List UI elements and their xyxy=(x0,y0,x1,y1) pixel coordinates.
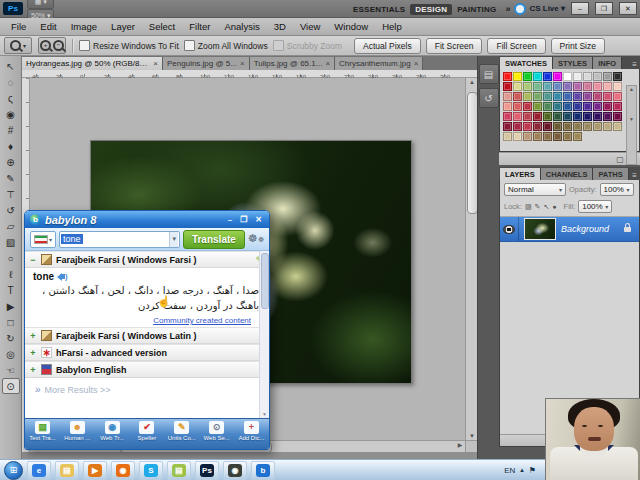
panel-tab[interactable]: SWATCHES xyxy=(500,57,553,69)
swatch[interactable] xyxy=(583,72,592,81)
swatch[interactable] xyxy=(613,102,622,111)
swatch[interactable] xyxy=(523,92,532,101)
collapsed-panel-icon-1[interactable]: ▤ xyxy=(479,64,499,84)
menu-item[interactable]: Help xyxy=(375,21,409,32)
babylon-title-bar[interactable]: b babylon 8 – ❐ ✕ xyxy=(25,211,269,228)
quick-selection-tool[interactable]: ◉ xyxy=(2,106,20,122)
view-extras-icon[interactable]: ▦ ▾ xyxy=(27,0,54,9)
option-checkbox[interactable]: Scrubby Zoom xyxy=(273,40,342,51)
result-section-header[interactable]: + Farajbeik Farsi ( Windows Latin ) xyxy=(25,327,269,344)
swatch[interactable] xyxy=(553,122,562,131)
panel-tab[interactable]: INFO xyxy=(593,57,622,69)
swatch[interactable] xyxy=(613,82,622,91)
scroll-up-icon[interactable]: ▲ xyxy=(466,79,477,85)
swatch[interactable] xyxy=(523,132,532,141)
blend-mode-select[interactable]: Normal▾ xyxy=(504,183,566,196)
swatch[interactable] xyxy=(553,92,562,101)
swatch[interactable] xyxy=(563,122,572,131)
search-input[interactable]: tone ▾ xyxy=(59,231,180,248)
scroll-down-icon[interactable]: ▼ xyxy=(466,433,477,439)
swatch[interactable] xyxy=(573,122,582,131)
swatch[interactable] xyxy=(533,132,542,141)
swatch[interactable] xyxy=(573,112,582,121)
swatch[interactable] xyxy=(593,112,602,121)
swatch[interactable] xyxy=(513,72,522,81)
minimize-button[interactable]: – xyxy=(571,2,589,15)
menu-item[interactable]: View xyxy=(293,21,327,32)
menu-item[interactable]: Window xyxy=(327,21,375,32)
close-tab-icon[interactable]: × xyxy=(414,59,419,68)
community-content-link[interactable]: Community created content xyxy=(153,316,251,325)
swatch[interactable] xyxy=(603,72,612,81)
spot-healing-tool[interactable]: ⊕ xyxy=(2,154,20,170)
swatch[interactable] xyxy=(553,102,562,111)
swatch[interactable] xyxy=(533,122,542,131)
swatch[interactable] xyxy=(613,112,622,121)
swatch[interactable] xyxy=(603,82,612,91)
expand-icon[interactable]: + xyxy=(29,348,37,358)
swatch[interactable] xyxy=(523,82,532,91)
babylon-scrollbar[interactable]: ▼ xyxy=(259,251,269,418)
swatch[interactable] xyxy=(543,72,552,81)
brush-tool[interactable]: ✎ xyxy=(2,170,20,186)
option-checkbox[interactable]: Resize Windows To Fit xyxy=(79,40,179,51)
babylon-icon[interactable]: b xyxy=(251,461,275,480)
swatch[interactable] xyxy=(513,112,522,121)
document-tab[interactable]: Chrysanthemum.jpg × xyxy=(335,57,423,70)
result-section-header[interactable]: + Babylon English xyxy=(25,361,269,378)
swatch[interactable] xyxy=(613,122,622,131)
swatch[interactable] xyxy=(593,82,602,91)
swatch[interactable] xyxy=(523,112,532,121)
swatch[interactable] xyxy=(603,102,612,111)
language-indicator[interactable]: EN xyxy=(504,466,515,475)
swatch[interactable] xyxy=(523,122,532,131)
move-tool[interactable]: ↖ xyxy=(2,58,20,74)
hidden-icons-button[interactable]: ▴ xyxy=(520,466,524,474)
options-button[interactable]: Actual Pixels xyxy=(354,38,421,54)
lasso-tool[interactable]: ς xyxy=(2,90,20,106)
babylon-minimize-button[interactable]: – xyxy=(226,215,234,224)
babylon-tool-button[interactable]: ☻ Human ... xyxy=(62,421,92,441)
swatch[interactable] xyxy=(543,102,552,111)
swatch[interactable] xyxy=(533,102,542,111)
swatch[interactable] xyxy=(503,102,512,111)
swatch[interactable] xyxy=(513,122,522,131)
layer-row-background[interactable]: Background xyxy=(500,216,639,242)
swatch[interactable] xyxy=(503,132,512,141)
option-checkbox[interactable]: Zoom All Windows xyxy=(184,40,268,51)
collapsed-panel-icon-2[interactable]: ↺ xyxy=(479,88,499,108)
menu-item[interactable]: File xyxy=(4,21,33,32)
current-tool-icon[interactable]: ▾ xyxy=(4,37,32,54)
swatch[interactable] xyxy=(583,102,592,111)
swatch[interactable] xyxy=(573,92,582,101)
swatch[interactable] xyxy=(563,82,572,91)
blur-tool[interactable]: ○ xyxy=(2,250,20,266)
cs-live-button[interactable]: CS Live ▾ xyxy=(514,3,565,15)
speaker-icon[interactable]: ) xyxy=(57,272,68,281)
workspace-overflow-button[interactable]: » xyxy=(505,4,510,14)
swatch[interactable] xyxy=(573,132,582,141)
swatch[interactable] xyxy=(553,112,562,121)
expand-icon[interactable]: + xyxy=(29,365,37,375)
eyedropper-tool[interactable]: ♦ xyxy=(2,138,20,154)
menu-item[interactable]: 3D xyxy=(267,21,293,32)
swatch[interactable] xyxy=(543,92,552,101)
swatch[interactable] xyxy=(583,122,592,131)
swatch[interactable] xyxy=(533,112,542,121)
lock-all-icon[interactable]: ● xyxy=(552,203,556,211)
babylon-tool-button[interactable]: ▤ Text Tra... xyxy=(27,421,57,441)
menu-item[interactable]: Edit xyxy=(33,21,63,32)
settings-gear-icon[interactable]: ☸☸ xyxy=(248,233,264,245)
babylon-restore-button[interactable]: ❐ xyxy=(238,215,249,224)
lock-position-icon[interactable]: ↖ xyxy=(543,203,549,211)
swatch[interactable] xyxy=(613,72,622,81)
restore-button[interactable]: ❐ xyxy=(595,2,613,15)
panel-menu-icon[interactable]: ≡ xyxy=(632,171,640,180)
path-selection-tool[interactable]: ▶ xyxy=(2,298,20,314)
babylon-scroll-thumb[interactable] xyxy=(261,253,269,309)
swatch[interactable] xyxy=(583,82,592,91)
panel-tab[interactable]: LAYERS xyxy=(500,168,541,180)
swatch[interactable] xyxy=(533,92,542,101)
document-tab[interactable]: Hydrangeas.jpg @ 50% (RGB/8#) * × xyxy=(22,57,163,70)
babylon-tool-button[interactable]: ⊙ Web Se... xyxy=(202,421,232,441)
